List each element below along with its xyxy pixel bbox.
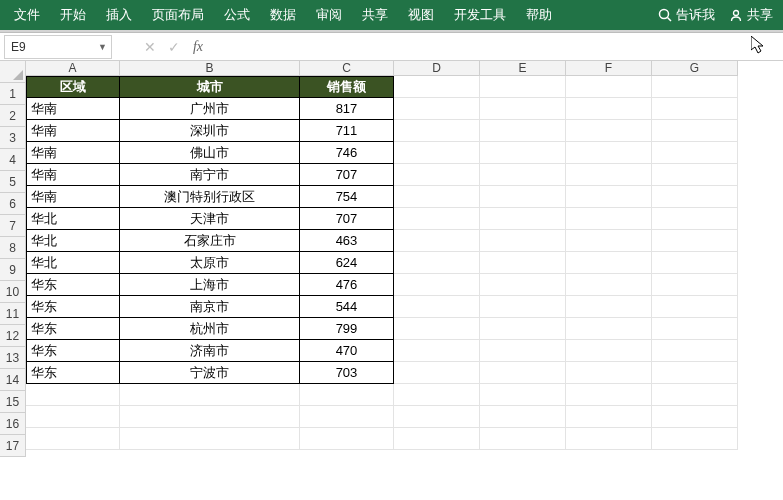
cell-E2[interactable]	[480, 98, 566, 120]
row-header-6[interactable]: 6	[0, 193, 26, 215]
cell-E1[interactable]	[480, 76, 566, 98]
table-cell-r12-c2[interactable]: 799	[300, 318, 394, 340]
table-cell-r4-c2[interactable]: 746	[300, 142, 394, 164]
table-cell-r7-c1[interactable]: 天津市	[120, 208, 300, 230]
table-cell-r9-c1[interactable]: 太原市	[120, 252, 300, 274]
cell-G12[interactable]	[652, 318, 738, 340]
cell-E11[interactable]	[480, 296, 566, 318]
cell-G11[interactable]	[652, 296, 738, 318]
cell-D13[interactable]	[394, 340, 480, 362]
table-header-2[interactable]: 销售额	[300, 76, 394, 98]
table-cell-r11-c0[interactable]: 华东	[26, 296, 120, 318]
table-cell-r14-c0[interactable]: 华东	[26, 362, 120, 384]
row-header-12[interactable]: 12	[0, 325, 26, 347]
col-header-A[interactable]: A	[26, 61, 120, 76]
cell-F3[interactable]	[566, 120, 652, 142]
cell-E7[interactable]	[480, 208, 566, 230]
cell-G3[interactable]	[652, 120, 738, 142]
ribbon-tab-3[interactable]: 页面布局	[142, 0, 214, 30]
row-header-9[interactable]: 9	[0, 259, 26, 281]
cell-E4[interactable]	[480, 142, 566, 164]
cell-C16[interactable]	[300, 406, 394, 428]
table-cell-r11-c1[interactable]: 南京市	[120, 296, 300, 318]
cell-B16[interactable]	[120, 406, 300, 428]
cell-C15[interactable]	[300, 384, 394, 406]
formula-input[interactable]	[210, 35, 783, 59]
cell-G5[interactable]	[652, 164, 738, 186]
cell-B15[interactable]	[120, 384, 300, 406]
table-cell-r8-c2[interactable]: 463	[300, 230, 394, 252]
row-header-11[interactable]: 11	[0, 303, 26, 325]
cell-F5[interactable]	[566, 164, 652, 186]
table-cell-r5-c0[interactable]: 华南	[26, 164, 120, 186]
cell-D17[interactable]	[394, 428, 480, 450]
cell-G7[interactable]	[652, 208, 738, 230]
fx-button[interactable]: fx	[186, 35, 210, 59]
cell-G13[interactable]	[652, 340, 738, 362]
cell-D4[interactable]	[394, 142, 480, 164]
cell-E8[interactable]	[480, 230, 566, 252]
ribbon-tab-9[interactable]: 开发工具	[444, 0, 516, 30]
cell-D12[interactable]	[394, 318, 480, 340]
ribbon-tab-7[interactable]: 共享	[352, 0, 398, 30]
cell-D16[interactable]	[394, 406, 480, 428]
cell-F10[interactable]	[566, 274, 652, 296]
col-header-C[interactable]: C	[300, 61, 394, 76]
cell-E13[interactable]	[480, 340, 566, 362]
row-header-17[interactable]: 17	[0, 435, 26, 457]
select-all-corner[interactable]	[0, 61, 26, 83]
table-cell-r5-c2[interactable]: 707	[300, 164, 394, 186]
cell-G6[interactable]	[652, 186, 738, 208]
ribbon-tab-5[interactable]: 数据	[260, 0, 306, 30]
row-header-7[interactable]: 7	[0, 215, 26, 237]
row-header-4[interactable]: 4	[0, 149, 26, 171]
cell-G16[interactable]	[652, 406, 738, 428]
table-cell-r4-c1[interactable]: 佛山市	[120, 142, 300, 164]
cell-F9[interactable]	[566, 252, 652, 274]
cell-D10[interactable]	[394, 274, 480, 296]
table-cell-r13-c2[interactable]: 470	[300, 340, 394, 362]
ribbon-tab-10[interactable]: 帮助	[516, 0, 562, 30]
cell-G1[interactable]	[652, 76, 738, 98]
cell-E9[interactable]	[480, 252, 566, 274]
table-cell-r3-c2[interactable]: 711	[300, 120, 394, 142]
share-button[interactable]: 共享	[723, 0, 779, 30]
cell-D7[interactable]	[394, 208, 480, 230]
table-cell-r2-c0[interactable]: 华南	[26, 98, 120, 120]
cell-E15[interactable]	[480, 384, 566, 406]
cell-F7[interactable]	[566, 208, 652, 230]
cell-E5[interactable]	[480, 164, 566, 186]
cell-D5[interactable]	[394, 164, 480, 186]
table-cell-r8-c0[interactable]: 华北	[26, 230, 120, 252]
cell-F17[interactable]	[566, 428, 652, 450]
table-cell-r4-c0[interactable]: 华南	[26, 142, 120, 164]
table-cell-r14-c1[interactable]: 宁波市	[120, 362, 300, 384]
table-cell-r10-c1[interactable]: 上海市	[120, 274, 300, 296]
cell-E17[interactable]	[480, 428, 566, 450]
cell-B17[interactable]	[120, 428, 300, 450]
cell-G17[interactable]	[652, 428, 738, 450]
cell-F6[interactable]	[566, 186, 652, 208]
table-cell-r12-c0[interactable]: 华东	[26, 318, 120, 340]
cell-E12[interactable]	[480, 318, 566, 340]
table-header-1[interactable]: 城市	[120, 76, 300, 98]
cell-F4[interactable]	[566, 142, 652, 164]
table-cell-r6-c0[interactable]: 华南	[26, 186, 120, 208]
col-header-E[interactable]: E	[480, 61, 566, 76]
table-cell-r10-c2[interactable]: 476	[300, 274, 394, 296]
row-header-1[interactable]: 1	[0, 83, 26, 105]
cell-D6[interactable]	[394, 186, 480, 208]
cell-A17[interactable]	[26, 428, 120, 450]
row-header-14[interactable]: 14	[0, 369, 26, 391]
cell-D2[interactable]	[394, 98, 480, 120]
col-header-G[interactable]: G	[652, 61, 738, 76]
cell-F14[interactable]	[566, 362, 652, 384]
cell-E6[interactable]	[480, 186, 566, 208]
table-cell-r3-c1[interactable]: 深圳市	[120, 120, 300, 142]
col-header-D[interactable]: D	[394, 61, 480, 76]
cell-F11[interactable]	[566, 296, 652, 318]
ribbon-tab-2[interactable]: 插入	[96, 0, 142, 30]
ribbon-tab-1[interactable]: 开始	[50, 0, 96, 30]
cell-G10[interactable]	[652, 274, 738, 296]
ribbon-tab-6[interactable]: 审阅	[306, 0, 352, 30]
